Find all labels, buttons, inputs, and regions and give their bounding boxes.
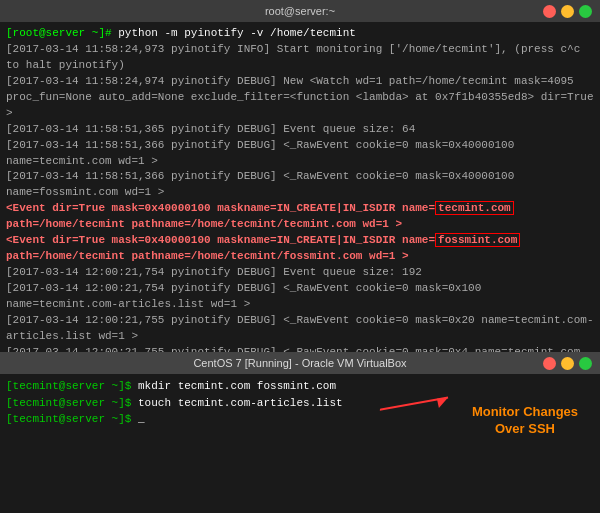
close-button[interactable] [543,5,556,18]
line-2: [2017-03-14 11:58:24,973 pyinotify INFO]… [6,42,594,74]
divider-minimize-button[interactable] [561,357,574,370]
monitor-label: Monitor Changes Over SSH [460,404,590,438]
line-6: [2017-03-14 11:58:51,366 pyinotify DEBUG… [6,169,594,201]
divider-title: CentOS 7 [Running] - Oracle VM VirtualBo… [193,357,406,369]
line-5: [2017-03-14 11:58:51,366 pyinotify DEBUG… [6,138,594,170]
title-bar-title: root@server:~ [265,5,335,17]
bottom-terminal: [tecmint@server ~]$ mkdir tecmint.com fo… [0,374,600,513]
line-4: [2017-03-14 11:58:51,365 pyinotify DEBUG… [6,122,594,138]
divider-bar: CentOS 7 [Running] - Oracle VM VirtualBo… [0,352,600,374]
title-bar: root@server:~ [0,0,600,22]
top-terminal: [root@server ~]# python -m pyinotify -v … [0,22,600,352]
line-12: [2017-03-14 12:00:21,755 pyinotify DEBUG… [6,345,594,352]
divider-bar-buttons[interactable] [543,357,592,370]
bottom-line-1: [tecmint@server ~]$ mkdir tecmint.com fo… [6,378,594,395]
divider-maximize-button[interactable] [579,357,592,370]
divider-close-button[interactable] [543,357,556,370]
line-10: [2017-03-14 12:00:21,754 pyinotify DEBUG… [6,281,594,313]
minimize-button[interactable] [561,5,574,18]
line-1: [root@server ~]# python -m pyinotify -v … [6,26,594,42]
title-bar-buttons[interactable] [543,5,592,18]
line-7-event: <Event dir=True mask=0x40000100 maskname… [6,201,594,233]
svg-marker-1 [434,394,448,410]
maximize-button[interactable] [579,5,592,18]
line-3: [2017-03-14 11:58:24,974 pyinotify DEBUG… [6,74,594,122]
line-11: [2017-03-14 12:00:21,755 pyinotify DEBUG… [6,313,594,345]
line-9: [2017-03-14 12:00:21,754 pyinotify DEBUG… [6,265,594,281]
line-8-event: <Event dir=True mask=0x40000100 maskname… [6,233,594,265]
